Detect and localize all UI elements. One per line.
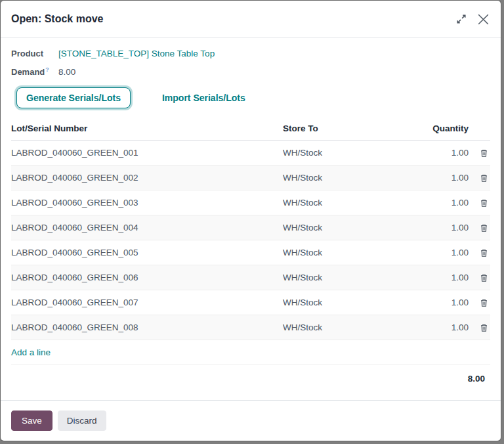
close-icon[interactable] — [478, 14, 489, 25]
trash-icon[interactable] — [469, 148, 490, 158]
save-button[interactable]: Save — [11, 411, 52, 431]
product-field-row: Product [STONE_TABLE_TOP] Stone Table To… — [11, 49, 490, 58]
lot-serial-cell[interactable]: LABROD_040060_GREEN_003 — [11, 198, 283, 208]
serial-table: Lot/Serial Number Store To Quantity LABR… — [11, 116, 490, 384]
table-row: LABROD_040060_GREEN_002WH/Stock1.00 — [11, 166, 490, 190]
product-label: Product — [11, 49, 58, 58]
trash-icon[interactable] — [469, 248, 490, 257]
table-row: LABROD_040060_GREEN_008WH/Stock1.00 — [11, 315, 490, 340]
trash-icon[interactable] — [469, 323, 490, 332]
quantity-cell[interactable]: 1.00 — [419, 298, 469, 307]
lot-serial-cell[interactable]: LABROD_040060_GREEN_007 — [11, 298, 283, 307]
store-to-cell[interactable]: WH/Stock — [283, 223, 419, 233]
quantity-cell[interactable]: 1.00 — [419, 173, 469, 183]
discard-button[interactable]: Discard — [58, 411, 106, 431]
add-a-line-link[interactable]: Add a line — [11, 347, 51, 357]
quantity-cell[interactable]: 1.00 — [419, 148, 469, 158]
serial-actions-row: Generate Serials/Lots Import Serials/Lot… — [16, 87, 490, 108]
header-lot-serial[interactable]: Lot/Serial Number — [11, 123, 283, 133]
import-serials-button[interactable]: Import Serials/Lots — [158, 92, 249, 104]
demand-value: 8.00 — [58, 67, 75, 77]
store-to-cell[interactable]: WH/Stock — [283, 198, 419, 208]
dialog-title: Open: Stock move — [11, 13, 103, 25]
quantity-cell[interactable]: 1.00 — [419, 248, 469, 257]
dialog-header: Open: Stock move — [1, 1, 501, 38]
demand-help-icon[interactable]: ? — [45, 66, 49, 73]
serial-table-body: LABROD_040060_GREEN_001WH/Stock1.00LABRO… — [11, 141, 490, 340]
trash-icon[interactable] — [469, 198, 490, 208]
quantity-cell[interactable]: 1.00 — [419, 223, 469, 233]
trash-icon[interactable] — [469, 173, 490, 183]
quantity-total-row: 8.00 — [11, 365, 490, 384]
trash-icon[interactable] — [469, 273, 490, 282]
add-line-row: Add a line — [11, 340, 490, 365]
table-row: LABROD_040060_GREEN_003WH/Stock1.00 — [11, 190, 490, 215]
table-row: LABROD_040060_GREEN_007WH/Stock1.00 — [11, 290, 490, 315]
store-to-cell[interactable]: WH/Stock — [283, 322, 419, 332]
lot-serial-cell[interactable]: LABROD_040060_GREEN_001 — [11, 148, 283, 158]
store-to-cell[interactable]: WH/Stock — [283, 298, 419, 307]
expand-icon[interactable] — [457, 14, 466, 24]
quantity-cell[interactable]: 1.00 — [419, 322, 469, 332]
table-row: LABROD_040060_GREEN_001WH/Stock1.00 — [11, 141, 490, 166]
table-row: LABROD_040060_GREEN_006WH/Stock1.00 — [11, 265, 490, 290]
stock-move-dialog: Open: Stock move Product [STONE_TABLE_TO… — [1, 1, 501, 441]
demand-field-row: Demand? 8.00 — [11, 66, 490, 77]
header-quantity[interactable]: Quantity — [419, 123, 469, 133]
header-store-to[interactable]: Store To — [283, 123, 419, 133]
trash-icon[interactable] — [469, 223, 490, 233]
demand-label: Demand? — [11, 66, 58, 77]
quantity-cell[interactable]: 1.00 — [419, 273, 469, 282]
store-to-cell[interactable]: WH/Stock — [283, 273, 419, 282]
lot-serial-cell[interactable]: LABROD_040060_GREEN_008 — [11, 322, 283, 332]
trash-icon[interactable] — [469, 298, 490, 307]
table-row: LABROD_040060_GREEN_004WH/Stock1.00 — [11, 215, 490, 240]
dialog-header-icons — [457, 14, 489, 25]
store-to-cell[interactable]: WH/Stock — [283, 248, 419, 257]
table-row: LABROD_040060_GREEN_005WH/Stock1.00 — [11, 240, 490, 265]
store-to-cell[interactable]: WH/Stock — [283, 173, 419, 183]
serial-table-header: Lot/Serial Number Store To Quantity — [11, 116, 490, 141]
lot-serial-cell[interactable]: LABROD_040060_GREEN_005 — [11, 248, 283, 257]
lot-serial-cell[interactable]: LABROD_040060_GREEN_004 — [11, 223, 283, 233]
dialog-footer: Save Discard — [1, 400, 501, 441]
lot-serial-cell[interactable]: LABROD_040060_GREEN_006 — [11, 273, 283, 282]
product-link[interactable]: [STONE_TABLE_TOP] Stone Table Top — [58, 49, 215, 58]
dialog-body: Product [STONE_TABLE_TOP] Stone Table To… — [1, 38, 501, 400]
lot-serial-cell[interactable]: LABROD_040060_GREEN_002 — [11, 173, 283, 183]
store-to-cell[interactable]: WH/Stock — [283, 148, 419, 158]
quantity-total: 8.00 — [468, 374, 485, 384]
quantity-cell[interactable]: 1.00 — [419, 198, 469, 208]
generate-serials-button[interactable]: Generate Serials/Lots — [16, 87, 131, 108]
